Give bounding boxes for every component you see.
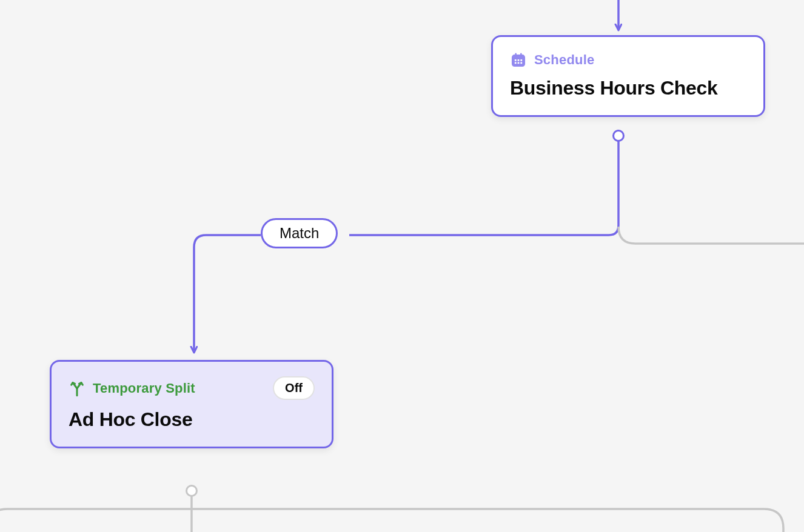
node-port-out-ad-hoc-close[interactable]	[186, 485, 198, 497]
node-port-out-business-hours[interactable]	[612, 130, 625, 142]
edge-business-right-gray	[618, 227, 804, 244]
calendar-icon	[510, 52, 527, 68]
node-business-hours-check[interactable]: Schedule Business Hours Check	[491, 35, 765, 117]
split-icon	[69, 380, 85, 397]
node-title: Business Hours Check	[510, 77, 746, 99]
edge-bottom-gray-frame	[0, 509, 783, 532]
svg-rect-5	[518, 59, 520, 61]
svg-rect-4	[515, 59, 517, 61]
node-header: Temporary Split Off	[69, 376, 315, 400]
edge-label-match[interactable]: Match	[261, 218, 338, 248]
status-badge[interactable]: Off	[273, 376, 315, 400]
svg-rect-8	[518, 62, 520, 64]
svg-rect-7	[515, 62, 517, 64]
flow-canvas[interactable]: Schedule Business Hours Check Match Temp…	[0, 0, 804, 532]
node-type-label: Schedule	[534, 52, 594, 68]
node-type-label: Temporary Split	[93, 381, 195, 396]
edge-business-to-match-right	[349, 139, 618, 235]
svg-rect-6	[520, 59, 522, 61]
node-ad-hoc-close[interactable]: Temporary Split Off Ad Hoc Close	[50, 360, 333, 448]
node-header: Schedule	[510, 52, 746, 68]
edge-label-text: Match	[280, 225, 319, 241]
node-title: Ad Hoc Close	[69, 408, 315, 431]
edge-match-to-adhoc	[194, 235, 261, 350]
svg-rect-9	[520, 62, 522, 64]
